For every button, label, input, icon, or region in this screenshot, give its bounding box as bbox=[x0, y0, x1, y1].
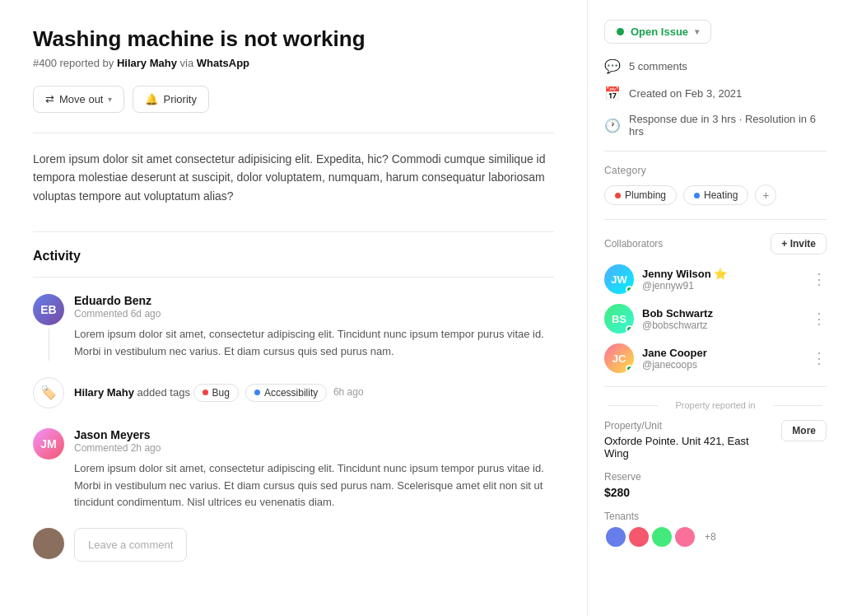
commenter-1-text: Lorem ipsum dolor sit amet, consectetur … bbox=[74, 326, 554, 361]
category-label: Category bbox=[604, 165, 827, 176]
issue-meta: #400 reported by Hilary Mahy via WhatsAp… bbox=[33, 57, 554, 69]
commenter-1-time: Commented 6d ago bbox=[74, 308, 554, 320]
priority-button[interactable]: 🔔 Priority bbox=[133, 86, 208, 113]
jenny-info: Jenny Wilson ⭐ @jennyw91 bbox=[642, 268, 803, 292]
priority-label: Priority bbox=[163, 93, 196, 105]
bob-info: Bob Schwartz @bobschwartz bbox=[642, 307, 803, 331]
comment-input[interactable]: Leave a comment bbox=[74, 528, 187, 562]
tag-icon: 🏷️ bbox=[33, 377, 64, 408]
move-out-icon: ⇄ bbox=[45, 93, 54, 105]
collaborators-label: Collaborators bbox=[604, 238, 663, 250]
tagger-name: Hilary Mahy bbox=[74, 385, 134, 398]
sidebar-divider-3 bbox=[604, 386, 827, 387]
collaborators-list: JW Jenny Wilson ⭐ @jennyw91 ⋮ BS bbox=[604, 264, 827, 373]
property-unit-value: Oxforde Pointe. Unit 421, East Wing bbox=[604, 435, 769, 460]
jenny-name: Jenny Wilson ⭐ bbox=[642, 268, 803, 280]
property-unit-label: Property/Unit bbox=[604, 420, 769, 432]
clock-icon: 🕐 bbox=[604, 118, 621, 133]
collaborator-jenny: JW Jenny Wilson ⭐ @jennyw91 ⋮ bbox=[604, 264, 827, 294]
tag-bug: Bug bbox=[193, 384, 239, 402]
property-unit-row: Property/Unit Oxforde Pointe. Unit 421, … bbox=[604, 420, 827, 460]
status-chevron-icon: ▾ bbox=[695, 27, 699, 36]
header-divider bbox=[33, 133, 554, 133]
current-user-avatar bbox=[33, 528, 64, 559]
tenant-avatar-3 bbox=[650, 525, 673, 548]
tenants-label: Tenants bbox=[604, 511, 716, 522]
jane-name: Jane Cooper bbox=[642, 347, 803, 359]
sidebar-divider-2 bbox=[604, 219, 827, 220]
bob-handle: @bobschwartz bbox=[642, 320, 803, 331]
reporter-name: Hilary Mahy bbox=[117, 57, 177, 69]
commenter-1-name: Eduardo Benz bbox=[74, 294, 554, 307]
reserve-row: Reserve $280 bbox=[604, 471, 827, 499]
activity-item-1: EB Eduardo Benz Commented 6d ago Lorem i… bbox=[33, 294, 554, 361]
move-out-button[interactable]: ⇄ Move out ▾ bbox=[33, 86, 124, 113]
add-category-button[interactable]: + bbox=[755, 184, 776, 206]
invite-button[interactable]: + Invite bbox=[771, 233, 827, 254]
tag-time: 6h ago bbox=[333, 386, 364, 398]
issue-id: #400 bbox=[33, 57, 57, 69]
commenter-2-time: Commented 2h ago bbox=[74, 442, 554, 454]
comments-meta: 💬 5 comments bbox=[604, 58, 827, 74]
bob-more-button[interactable]: ⋮ bbox=[812, 310, 827, 328]
tag-activity-content: Hilary Mahy added tags Bug Accessibility… bbox=[74, 377, 554, 407]
jenny-online-dot bbox=[626, 286, 633, 293]
tenants-row-section: Tenants +8 bbox=[604, 511, 827, 548]
status-section: Open Issue ▾ bbox=[604, 20, 827, 44]
collaborator-bob: BS Bob Schwartz @bobschwartz ⋮ bbox=[604, 304, 827, 334]
jane-handle: @janecoops bbox=[642, 359, 803, 371]
avatar-jenny: JW bbox=[604, 264, 634, 294]
heating-dot bbox=[694, 193, 700, 198]
more-button[interactable]: More bbox=[781, 420, 827, 441]
jenny-handle: @jennyw91 bbox=[642, 280, 803, 292]
jenny-more-button[interactable]: ⋮ bbox=[812, 270, 827, 288]
calendar-icon: 📅 bbox=[604, 86, 621, 101]
commenter-2-text: Lorem ipsum dolor sit amet, consectetur … bbox=[74, 460, 554, 511]
jane-info: Jane Cooper @janecoops bbox=[642, 347, 803, 371]
property-unit-info: Property/Unit Oxforde Pointe. Unit 421, … bbox=[604, 420, 769, 460]
reserve-info: Reserve $280 bbox=[604, 471, 641, 499]
sidebar: Open Issue ▾ 💬 5 comments 📅 Created on F… bbox=[588, 0, 843, 616]
jane-online-dot bbox=[626, 365, 633, 372]
tenants-extra-count: +8 bbox=[705, 531, 716, 543]
bob-online-dot bbox=[626, 325, 633, 333]
comment-placeholder: Leave a comment bbox=[88, 539, 173, 551]
comment-icon: 💬 bbox=[604, 58, 621, 74]
tag-accessibility: Accessibility bbox=[245, 384, 327, 402]
jane-more-button[interactable]: ⋮ bbox=[812, 349, 827, 367]
category-plumbing: Plumbing bbox=[604, 185, 677, 205]
invite-label: + Invite bbox=[781, 238, 816, 250]
property-section-label: Property reported in bbox=[604, 400, 827, 410]
activity-item-2: 🏷️ Hilary Mahy added tags Bug Accessibil… bbox=[33, 377, 554, 412]
jenny-star: ⭐ bbox=[714, 268, 727, 280]
avatar-eduardo: EB bbox=[33, 294, 64, 325]
avatar-jane: JC bbox=[604, 343, 634, 373]
tenant-avatar-2 bbox=[627, 525, 650, 548]
collaborators-header: Collaborators + Invite bbox=[604, 233, 827, 254]
response-meta: 🕐 Response due in 3 hrs · Resolution in … bbox=[604, 113, 827, 138]
issue-title: Washing machine is not working bbox=[33, 26, 554, 52]
activity-item-3: JM Jason Meyers Commented 2h ago Lorem i… bbox=[33, 428, 554, 511]
bug-dot bbox=[203, 390, 208, 395]
issue-description: Lorem ipsum dolor sit amet consectetur a… bbox=[33, 150, 554, 205]
move-out-chevron-icon: ▾ bbox=[108, 95, 112, 104]
accessibility-dot bbox=[254, 390, 260, 395]
commenter-2-name: Jason Meyers bbox=[74, 428, 554, 441]
comments-count: 5 comments bbox=[629, 60, 687, 72]
activity-divider bbox=[33, 231, 554, 232]
avatar-bob: BS bbox=[604, 304, 634, 334]
heating-label: Heating bbox=[704, 189, 738, 201]
created-meta: 📅 Created on Feb 3, 2021 bbox=[604, 86, 827, 101]
plumbing-label: Plumbing bbox=[625, 189, 666, 201]
reserve-value: $280 bbox=[604, 486, 641, 499]
comment-row: Leave a comment bbox=[33, 528, 554, 562]
category-tags: Plumbing Heating + bbox=[604, 184, 827, 206]
plumbing-dot bbox=[615, 193, 621, 198]
avatar-jason: JM bbox=[33, 428, 64, 460]
bell-icon: 🔔 bbox=[145, 93, 158, 105]
sidebar-divider-1 bbox=[604, 151, 827, 152]
tag-activity-text: Hilary Mahy added tags Bug Accessibility… bbox=[74, 384, 554, 402]
activity-section-title: Activity bbox=[33, 249, 554, 264]
bob-name: Bob Schwartz bbox=[642, 307, 803, 320]
status-badge[interactable]: Open Issue ▾ bbox=[604, 20, 711, 44]
